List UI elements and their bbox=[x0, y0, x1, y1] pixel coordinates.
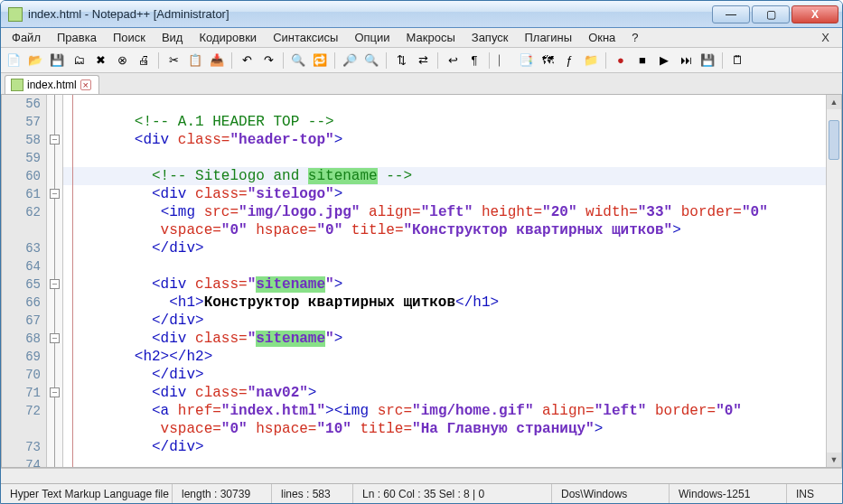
print-icon[interactable]: 🖨 bbox=[135, 51, 153, 70]
menubar-close-x[interactable]: X bbox=[812, 29, 838, 46]
statusbar: Hyper Text Markup Language file length :… bbox=[1, 483, 842, 503]
file-icon bbox=[11, 79, 23, 91]
redo-icon[interactable]: ↷ bbox=[259, 51, 277, 70]
minimize-button[interactable]: — bbox=[712, 5, 750, 23]
status-eol: Dos\Windows bbox=[552, 484, 670, 503]
save-macro-icon[interactable]: 💾 bbox=[698, 51, 717, 70]
menu-macro[interactable]: Макросы bbox=[399, 29, 463, 46]
doc-map-icon[interactable]: 🗺 bbox=[539, 51, 557, 70]
scroll-down-icon: ▼ bbox=[827, 453, 841, 467]
tab-close-icon[interactable]: × bbox=[80, 79, 91, 90]
scroll-up-icon: ▲ bbox=[827, 95, 841, 109]
indent-guide-icon[interactable]: ⎸ bbox=[495, 51, 513, 70]
zoom-out-icon[interactable]: 🔍 bbox=[362, 51, 380, 70]
status-encoding: Windows-1251 bbox=[670, 484, 787, 503]
sync-v-icon[interactable]: ⇅ bbox=[392, 51, 410, 70]
func-list-icon[interactable]: ƒ bbox=[560, 51, 578, 70]
app-window: index.html - Notepad++ [Administrator] —… bbox=[0, 0, 843, 504]
vertical-scrollbar[interactable]: ▲ ▼ bbox=[826, 95, 841, 467]
maximize-button[interactable]: ▢ bbox=[752, 5, 790, 23]
all-chars-icon[interactable]: ¶ bbox=[465, 51, 483, 70]
menu-encoding[interactable]: Кодировки bbox=[192, 29, 264, 46]
ud-lang-icon[interactable]: 📑 bbox=[517, 51, 535, 70]
zoom-in-icon[interactable]: 🔎 bbox=[341, 51, 359, 70]
menu-search[interactable]: Поиск bbox=[106, 29, 153, 46]
cut-icon[interactable]: ✂ bbox=[164, 51, 183, 70]
status-mode: INS bbox=[787, 484, 842, 503]
menu-help[interactable]: ? bbox=[624, 29, 645, 46]
fold-minus-icon[interactable]: – bbox=[50, 189, 60, 199]
line-number-gutter: 56 57 58 59 60 61 62 63 64 65 66 67 68 6… bbox=[2, 95, 47, 467]
tab-index-html[interactable]: index.html × bbox=[5, 75, 99, 94]
fold-minus-icon[interactable]: – bbox=[50, 135, 60, 145]
new-file-icon[interactable]: 📄 bbox=[5, 51, 23, 70]
horizontal-scrollbar[interactable] bbox=[1, 468, 842, 483]
stop-icon[interactable]: ■ bbox=[633, 51, 651, 70]
menu-language[interactable]: Синтаксисы bbox=[266, 29, 345, 46]
menu-settings[interactable]: Опции bbox=[347, 29, 397, 46]
titlebar[interactable]: index.html - Notepad++ [Administrator] —… bbox=[1, 1, 842, 28]
play-multi-icon[interactable]: ⏭ bbox=[677, 51, 695, 70]
editor: 56 57 58 59 60 61 62 63 64 65 66 67 68 6… bbox=[1, 95, 842, 468]
menu-edit[interactable]: Правка bbox=[50, 29, 104, 46]
replace-icon[interactable]: 🔁 bbox=[311, 51, 329, 70]
open-file-icon[interactable]: 📂 bbox=[26, 51, 44, 70]
sync-h-icon[interactable]: ⇄ bbox=[414, 51, 432, 70]
folder-icon[interactable]: 📁 bbox=[582, 51, 600, 70]
fold-minus-icon[interactable]: – bbox=[50, 333, 60, 343]
window-buttons: — ▢ X bbox=[712, 5, 838, 23]
status-language: Hyper Text Markup Language file bbox=[1, 484, 173, 503]
scroll-thumb[interactable] bbox=[829, 120, 839, 160]
menu-window[interactable]: Окна bbox=[581, 29, 623, 46]
close-button[interactable]: X bbox=[791, 5, 838, 23]
copy-icon[interactable]: 📋 bbox=[186, 51, 204, 70]
toolbar: 📄 📂 💾 🗂 ✖ ⊗ 🖨 ✂ 📋 📥 ↶ ↷ 🔍 🔁 🔎 🔍 ⇅ ⇄ ↩ ¶ … bbox=[1, 48, 842, 73]
play-icon[interactable]: ▶ bbox=[655, 51, 673, 70]
code-area[interactable]: <!-- A.1 HEADER TOP --> <div class="head… bbox=[63, 95, 826, 467]
record-icon[interactable]: ● bbox=[612, 51, 630, 70]
close-file-icon[interactable]: ✖ bbox=[91, 51, 109, 70]
status-position: Ln : 60 Col : 35 Sel : 8 | 0 bbox=[353, 484, 552, 503]
menu-plugins[interactable]: Плагины bbox=[517, 29, 579, 46]
extra-icon[interactable]: 🗒 bbox=[728, 51, 746, 70]
window-title: index.html - Notepad++ [Administrator] bbox=[28, 7, 712, 21]
paste-icon[interactable]: 📥 bbox=[208, 51, 226, 70]
save-all-icon[interactable]: 🗂 bbox=[70, 51, 88, 70]
save-icon[interactable]: 💾 bbox=[48, 51, 66, 70]
fold-column[interactable]: – – – – – bbox=[47, 95, 63, 467]
status-length: length : 30739 bbox=[173, 484, 272, 503]
close-all-icon[interactable]: ⊗ bbox=[113, 51, 131, 70]
menu-run[interactable]: Запуск bbox=[464, 29, 516, 46]
fold-minus-icon[interactable]: – bbox=[50, 387, 60, 397]
app-icon bbox=[8, 7, 23, 22]
menu-view[interactable]: Вид bbox=[155, 29, 191, 46]
menu-file[interactable]: Файл bbox=[5, 29, 48, 46]
undo-icon[interactable]: ↶ bbox=[238, 51, 256, 70]
tabbar: index.html × bbox=[1, 73, 842, 95]
status-lines: lines : 583 bbox=[272, 484, 353, 503]
find-icon[interactable]: 🔍 bbox=[289, 51, 307, 70]
menubar: Файл Правка Поиск Вид Кодировки Синтакси… bbox=[1, 28, 842, 48]
fold-minus-icon[interactable]: – bbox=[50, 279, 60, 289]
wrap-icon[interactable]: ↩ bbox=[444, 51, 462, 70]
tab-label: index.html bbox=[27, 79, 77, 91]
